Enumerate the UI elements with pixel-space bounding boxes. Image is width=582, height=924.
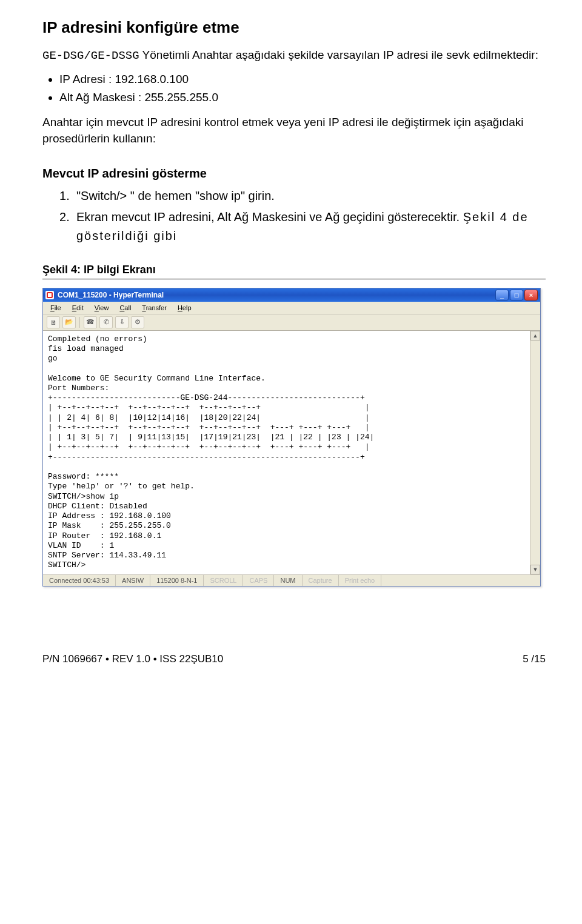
connect-icon[interactable]: ☎	[84, 316, 97, 328]
footer-right: 5 /15	[523, 653, 546, 665]
status-num: NUM	[274, 575, 302, 586]
list-item: IP Adresi : 192.168.0.100	[59, 71, 546, 88]
close-button[interactable]: ×	[524, 290, 538, 301]
figure-caption: Şekil 4: IP bilgi Ekranı	[42, 264, 546, 276]
toolbar-separator	[79, 317, 80, 328]
statusbar: Connected 00:43:53 ANSIW 115200 8-N-1 SC…	[43, 574, 540, 586]
intro-text: Yönetimli Anahtar aşağıdaki şekilde vars…	[139, 48, 538, 61]
disconnect-icon[interactable]: ✆	[99, 316, 113, 328]
intro-code: GE-DSG/GE-DSSG	[42, 49, 139, 62]
minimize-button[interactable]: _	[495, 290, 509, 301]
step-item: "Switch/> " de hemen "show ip" girin.	[59, 187, 546, 205]
menu-view[interactable]: View	[90, 303, 114, 313]
maximize-button[interactable]: □	[510, 290, 523, 301]
menu-call[interactable]: Call	[115, 303, 136, 313]
window-title: COM1_115200 - HyperTerminal	[58, 291, 495, 299]
menu-file[interactable]: File	[45, 303, 66, 313]
properties-icon[interactable]: ⚙	[131, 316, 144, 328]
status-connected: Connected 00:43:53	[43, 575, 116, 586]
steps-list: "Switch/> " de hemen "show ip" girin. Ek…	[42, 187, 546, 245]
status-scroll: SCROLL	[204, 575, 243, 586]
footer-left: P/N 1069667 • REV 1.0 • ISS 22ŞUB10	[42, 653, 223, 665]
scroll-up-icon[interactable]: ▲	[530, 331, 540, 341]
scrollbar[interactable]: ▲ ▼	[530, 331, 540, 574]
figure-rule	[42, 279, 546, 279]
menu-transfer[interactable]: Transfer	[137, 303, 172, 313]
status-printecho: Print echo	[339, 575, 382, 586]
open-icon[interactable]: 📂	[62, 316, 76, 328]
menu-edit[interactable]: Edit	[67, 303, 89, 313]
menubar: File Edit View Call Transfer Help	[43, 302, 540, 314]
menu-help[interactable]: Help	[173, 303, 196, 313]
app-icon	[45, 291, 54, 299]
window-buttons: _ □ ×	[495, 290, 538, 301]
defaults-list: IP Adresi : 192.168.0.100 Alt Ağ Maskesi…	[42, 71, 546, 107]
list-item: Alt Ağ Maskesi : 255.255.255.0	[59, 89, 546, 107]
titlebar: COM1_115200 - HyperTerminal _ □ ×	[43, 288, 540, 302]
terminal-output[interactable]: Completed (no errors) fis load managed g…	[43, 331, 530, 574]
step-text: Ekran mevcut IP adresini, Alt Ağ Maskesi…	[76, 210, 460, 224]
hyperterminal-window: COM1_115200 - HyperTerminal _ □ × File E…	[42, 288, 541, 587]
status-emulation: ANSIW	[116, 575, 150, 586]
toolbar: 🗎 📂 ☎ ✆ ⇩ ⚙	[43, 314, 540, 331]
scroll-down-icon[interactable]: ▼	[530, 565, 540, 574]
intro-paragraph: GE-DSG/GE-DSSG Yönetimli Anahtar aşağıda…	[42, 47, 546, 65]
status-port: 115200 8-N-1	[150, 575, 204, 586]
new-icon[interactable]: 🗎	[47, 316, 60, 328]
subheading: Mevcut IP adresini gösterme	[42, 167, 546, 181]
status-caps: CAPS	[243, 575, 274, 586]
step-item: Ekran mevcut IP adresini, Alt Ağ Maskesi…	[59, 208, 546, 245]
page-footer: P/N 1069667 • REV 1.0 • ISS 22ŞUB10 5 /1…	[0, 653, 582, 665]
procedure-intro: Anahtar için mevcut IP adresini kontrol …	[42, 114, 546, 147]
status-capture: Capture	[303, 575, 339, 586]
send-icon[interactable]: ⇩	[115, 316, 129, 328]
section-title: IP adresini konfigüre etme	[42, 18, 546, 37]
